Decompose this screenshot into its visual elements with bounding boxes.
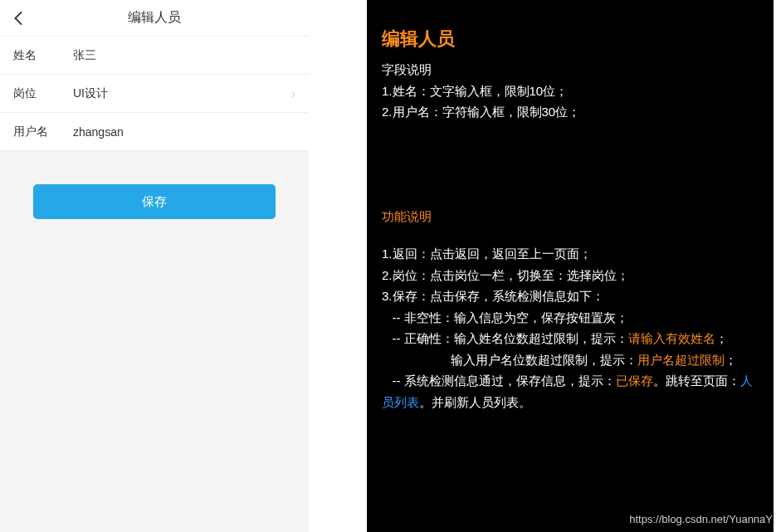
- func-3b-suffix: ；: [715, 331, 728, 345]
- watermark: https://blog.csdn.net/YuannaY: [629, 513, 773, 525]
- func-3d-suffix: 。并刷新人员列表。: [419, 395, 531, 409]
- position-row[interactable]: 岗位 UI设计 ›: [0, 75, 309, 113]
- back-icon[interactable]: [10, 10, 27, 27]
- func-3c-hint: 用户名超过限制: [637, 353, 725, 367]
- spec-panel: 编辑人员 字段说明 1.姓名：文字输入框，限制10位； 2.用户名：字符输入框，…: [367, 0, 774, 532]
- page-title: 编辑人员: [128, 9, 181, 27]
- field-desc-1: 1.姓名：文字输入框，限制10位；: [382, 81, 759, 102]
- function-header: 功能说明: [382, 206, 759, 227]
- chevron-right-icon: ›: [291, 87, 295, 100]
- spec-title: 编辑人员: [382, 23, 759, 54]
- func-3d-mid: 。跳转至页面：: [653, 373, 740, 388]
- username-value: zhangsan: [73, 125, 124, 139]
- func-3c-prefix: 输入用户名位数超过限制，提示：: [382, 353, 637, 367]
- name-label: 姓名: [13, 48, 73, 63]
- func-3d-prefix: -- 系统检测信息通过，保存信息，提示：: [382, 373, 616, 388]
- func-1: 1.返回：点击返回，返回至上一页面；: [382, 243, 759, 265]
- position-value: UI设计: [73, 86, 108, 101]
- func-3a: -- 非空性：输入信息为空，保存按钮置灰；: [382, 307, 759, 329]
- username-row[interactable]: 用户名 zhangsan: [0, 113, 309, 151]
- field-desc-header: 字段说明: [382, 59, 759, 81]
- func-3c-suffix: ；: [725, 353, 737, 367]
- func-3b-prefix: -- 正确性：输入姓名位数超过限制，提示：: [382, 331, 628, 345]
- mobile-header: 编辑人员: [0, 0, 309, 37]
- func-3d: -- 系统检测信息通过，保存信息，提示：已保存。跳转至页面：人员列表。并刷新人员…: [382, 370, 759, 412]
- func-3c: 输入用户名位数超过限制，提示：用户名超过限制；: [382, 349, 759, 371]
- form-section: 姓名 张三 岗位 UI设计 › 用户名 zhangsan: [0, 37, 309, 151]
- name-value: 张三: [73, 48, 96, 63]
- save-button[interactable]: 保存: [33, 184, 276, 219]
- mobile-form-panel: 编辑人员 姓名 张三 岗位 UI设计 › 用户名 zhangsan 保存: [0, 0, 309, 532]
- name-row[interactable]: 姓名 张三: [0, 37, 309, 75]
- position-label: 岗位: [13, 86, 73, 101]
- func-3b: -- 正确性：输入姓名位数超过限制，提示：请输入有效姓名；: [382, 328, 759, 349]
- field-desc-2: 2.用户名：字符输入框，限制30位；: [382, 101, 759, 123]
- username-label: 用户名: [13, 124, 73, 139]
- func-3d-hint: 已保存: [616, 373, 653, 388]
- func-3b-hint: 请输入有效姓名: [628, 331, 715, 345]
- func-2: 2.岗位：点击岗位一栏，切换至：选择岗位；: [382, 265, 759, 286]
- func-3: 3.保存：点击保存，系统检测信息如下：: [382, 286, 759, 307]
